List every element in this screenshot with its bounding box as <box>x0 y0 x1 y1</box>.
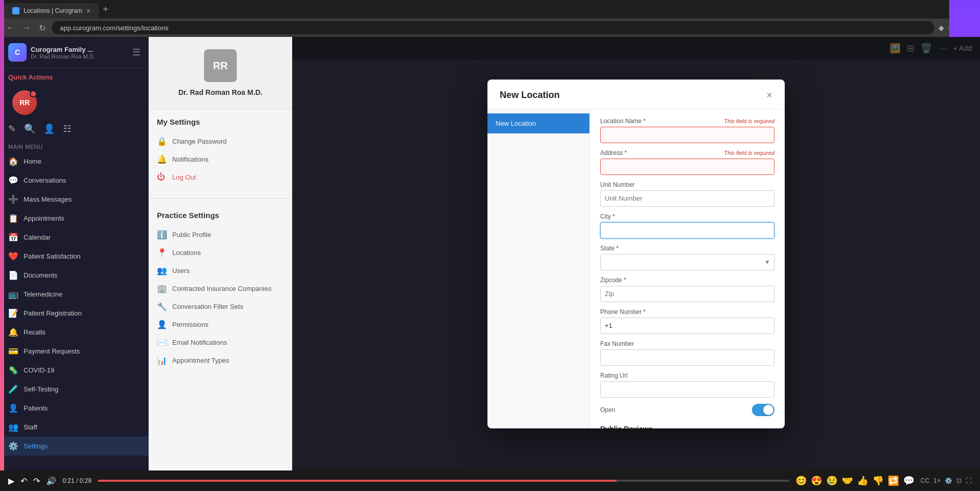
unit-number-input[interactable] <box>600 190 774 207</box>
phone-input[interactable] <box>600 318 774 334</box>
zipcode-input[interactable] <box>600 286 774 302</box>
settings-appointment-types[interactable]: 📊 Appointment Types <box>157 351 284 369</box>
emoji-repeat[interactable]: 🔁 <box>888 475 899 486</box>
sidebar-brand: Curogram Family ... Dr. Rad Roman Roa M.… <box>31 46 128 60</box>
settings-item-label: Permissions <box>172 321 209 328</box>
my-settings-title: My Settings <box>157 117 284 126</box>
settings-permissions[interactable]: 👤 Permissions <box>157 316 284 333</box>
sidebar-item-documents[interactable]: 📄 Documents <box>0 266 149 285</box>
location-name-input[interactable] <box>600 127 774 143</box>
new-location-modal: New Location × New Location <box>487 80 785 428</box>
payment-icon: 💳 <box>8 346 18 356</box>
settings-insurance[interactable]: 🏢 Contracted Insurance Companies <box>157 280 284 298</box>
settings-locations[interactable]: 📍 Locations <box>157 244 284 262</box>
emoji-thumbsdown[interactable]: 👎 <box>872 475 884 486</box>
compose-icon[interactable]: ✎ <box>8 123 16 134</box>
city-input[interactable] <box>600 222 774 239</box>
insurance-icon: 🏢 <box>157 284 167 293</box>
fast-forward-btn[interactable]: ↷ <box>33 476 40 486</box>
zipcode-label: Zipcode * <box>600 277 774 284</box>
modal-close-btn[interactable]: × <box>766 90 772 100</box>
fax-input[interactable] <box>600 349 774 366</box>
settings-notifications[interactable]: 🔔 Notifications <box>157 150 284 168</box>
forward-btn[interactable]: → <box>21 21 33 34</box>
sidebar-item-payment[interactable]: 💳 Payment Requests <box>0 342 149 361</box>
settings-public-profile[interactable]: ℹ️ Public Profile <box>157 226 284 244</box>
sidebar-item-settings[interactable]: ⚙️ Settings <box>0 437 149 456</box>
sidebar-item-mass-messages[interactable]: ➕ Mass Messages <box>0 190 149 209</box>
volume-btn[interactable]: 🔊 <box>46 476 56 486</box>
brand-name: Curogram Family ... <box>31 46 128 53</box>
rewind-btn[interactable]: ↶ <box>21 476 27 486</box>
emoji-thumbsup[interactable]: 👍 <box>857 475 868 486</box>
state-select[interactable]: Alabama Alaska California New York Texas <box>600 254 774 270</box>
filter-sets-icon: 🔧 <box>157 302 167 311</box>
tab-close-btn[interactable]: × <box>87 7 91 15</box>
emoji-sad[interactable]: 😢 <box>826 475 838 486</box>
sidebar-item-recalls[interactable]: 🔔 Recalls <box>0 323 149 342</box>
avatar-badge <box>30 90 37 97</box>
settings-logout[interactable]: ⏻ Log Out <box>157 168 284 186</box>
settings-email-notifications[interactable]: ✉️ Email Notifications <box>157 333 284 351</box>
staff-icon: 👥 <box>8 422 18 432</box>
settings-change-password[interactable]: 🔒 Change Password <box>157 132 284 150</box>
video-controls-bar: ▶ ↶ ↷ 🔊 0:21 / 0:28 😊 😍 😢 🤝 👍 👎 🔁 💬 CC 1… <box>0 470 980 491</box>
modal-form: Location Name * This field is required A… <box>590 109 785 428</box>
browser-tab[interactable]: Locations | Curogram × <box>4 3 99 18</box>
lock-icon: 🔒 <box>157 136 167 146</box>
rating-input[interactable] <box>600 381 774 398</box>
sidebar-item-calendar[interactable]: 📅 Calendar <box>0 228 149 247</box>
address-input[interactable] <box>600 159 774 175</box>
sidebar-item-telemedicine[interactable]: 📺 Telemedicine <box>0 285 149 304</box>
user-icon[interactable]: 👤 <box>44 123 55 134</box>
left-accent <box>0 0 4 491</box>
phone-label: Phone Number * <box>600 308 774 316</box>
sidebar-item-staff[interactable]: 👥 Staff <box>0 418 149 437</box>
info-icon: ℹ️ <box>157 230 167 240</box>
sidebar-item-conversations[interactable]: 💬 Conversations <box>0 171 149 190</box>
reload-btn[interactable]: ↻ <box>37 21 48 35</box>
back-btn[interactable]: ← <box>4 21 16 34</box>
public-reviews-title: Public Reviews <box>600 425 652 428</box>
sidebar-item-label: Mass Messages <box>24 195 72 203</box>
hamburger-icon[interactable]: ☰ <box>132 47 140 58</box>
fullscreen-btn[interactable]: ⛶ <box>966 477 972 484</box>
sidebar-item-appointments[interactable]: 📋 Appointments <box>0 209 149 228</box>
tab-favicon <box>12 7 19 14</box>
sidebar-item-home[interactable]: 🏠 Home <box>0 152 149 171</box>
emoji-handshake[interactable]: 🤝 <box>842 475 853 486</box>
app-container: C Curogram Family ... Dr. Rad Roman Roa … <box>0 37 980 470</box>
doctor-card: RR Dr. Rad Roman Roa M.D. <box>149 37 292 109</box>
sidebar-item-label: Documents <box>24 271 57 279</box>
mass-messages-icon: ➕ <box>8 194 18 204</box>
speed-btn[interactable]: 1× <box>933 477 941 484</box>
filter-icon[interactable]: ☷ <box>63 123 71 134</box>
state-row: State * Alabama Alaska California New Yo… <box>600 245 774 270</box>
emoji-love[interactable]: 😍 <box>811 475 822 486</box>
settings-users[interactable]: 👥 Users <box>157 262 284 280</box>
covid-icon: 🦠 <box>8 365 18 375</box>
sidebar-item-patient-registration[interactable]: 📝 Patient Registration <box>0 304 149 323</box>
video-progress[interactable] <box>98 480 789 482</box>
calendar-icon: 📅 <box>8 232 18 242</box>
play-btn[interactable]: ▶ <box>8 476 14 486</box>
emoji-chat[interactable]: 💬 <box>903 475 914 486</box>
search-icon[interactable]: 🔍 <box>24 123 35 134</box>
sidebar-item-patients[interactable]: 👤 Patients <box>0 399 149 418</box>
state-select-wrapper: Alabama Alaska California New York Texas… <box>600 254 774 270</box>
open-toggle[interactable] <box>752 404 774 416</box>
settings-vc-btn[interactable]: ⚙️ <box>945 477 952 484</box>
new-tab-btn[interactable]: + <box>99 4 113 15</box>
url-bar[interactable]: app.curogram.com/settings/locations <box>52 21 934 34</box>
cc-btn[interactable]: CC <box>921 477 929 484</box>
extensions-btn[interactable]: ◆ <box>938 24 944 32</box>
sidebar-item-self-testing[interactable]: 🧪 Self-Testing <box>0 380 149 399</box>
pip-btn[interactable]: ⊡ <box>956 477 962 484</box>
emoji-smile[interactable]: 😊 <box>795 475 807 486</box>
settings-conversation-filters[interactable]: 🔧 Conversation Filter Sets <box>157 298 284 316</box>
sidebar-item-covid[interactable]: 🦠 COVID-19 <box>0 361 149 380</box>
rating-label: Rating Url <box>600 372 774 379</box>
sidebar-item-patient-satisfaction[interactable]: ❤️ Patient Satisfaction <box>0 247 149 266</box>
modal-sidebar-item[interactable]: New Location <box>487 113 589 133</box>
city-label: City * <box>600 213 774 220</box>
